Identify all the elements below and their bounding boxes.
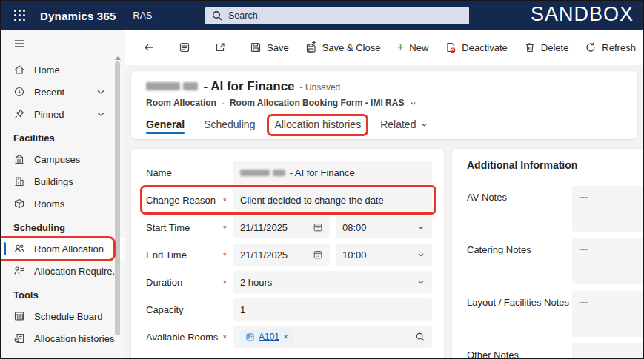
- calendar-icon[interactable]: [313, 249, 323, 260]
- refresh-label: Refresh: [602, 42, 636, 53]
- sidebar-item-pinned[interactable]: Pinned: [1, 103, 125, 125]
- record-header-card: - AI for Finance - Unsaved Room Allocati…: [131, 71, 637, 139]
- remove-tag-icon[interactable]: ×: [283, 332, 288, 342]
- required-asterisk: *: [223, 331, 233, 343]
- field-label: Start Time: [146, 222, 223, 233]
- end-date-input[interactable]: 21/11/2025: [233, 244, 330, 266]
- chevron-down-icon[interactable]: [95, 108, 107, 120]
- breadcrumb-separator: ·: [222, 98, 225, 108]
- room-link[interactable]: A101: [259, 332, 279, 342]
- save-button[interactable]: Save: [243, 37, 296, 58]
- field-label: Available Rooms: [146, 332, 223, 343]
- tab-allocation-histories[interactable]: Allocation histories: [274, 117, 361, 136]
- form-list-icon: [179, 41, 190, 53]
- entity-name[interactable]: Room Allocation: [146, 98, 216, 108]
- cube-icon: [13, 198, 25, 209]
- sidebar-item-rooms[interactable]: Rooms: [1, 192, 125, 215]
- sidebar-item-label: Allocation histories: [34, 333, 114, 344]
- field-label: AV Notes: [467, 186, 572, 232]
- delete-button[interactable]: Delete: [517, 37, 576, 58]
- org-name[interactable]: RAS: [133, 10, 152, 21]
- selected-indicator: [4, 242, 6, 255]
- tab-related[interactable]: Related: [380, 117, 428, 136]
- sidebar-item-label: Schedule Board: [34, 311, 103, 322]
- field-catering-notes: Catering Notes ---: [467, 238, 644, 284]
- field-label: Name: [146, 167, 223, 178]
- new-button[interactable]: + New: [390, 38, 435, 58]
- change-reason-input[interactable]: Client decided to change the date: [233, 189, 432, 211]
- field-label: Change Reason: [146, 195, 223, 206]
- field-end-time: End Time * 21/11/2025 10:00: [146, 244, 432, 266]
- sidebar-item-label: Rooms: [34, 198, 64, 209]
- sidebar-item-schedule-board[interactable]: Schedule Board: [1, 305, 125, 327]
- sidebar-item-home[interactable]: Home: [1, 58, 125, 81]
- form-selector[interactable]: Room Allocation Booking Form - IMI RAS: [230, 98, 405, 108]
- start-date-input[interactable]: 21/11/2025: [233, 216, 330, 238]
- popout-button[interactable]: [208, 37, 233, 58]
- calendar-board-icon: [13, 310, 25, 322]
- sidebar-item-campuses[interactable]: Campuses: [1, 148, 125, 170]
- capacity-input[interactable]: 1: [233, 298, 432, 321]
- tab-general[interactable]: General: [146, 117, 185, 136]
- show-as-button[interactable]: [172, 37, 197, 58]
- save-and-close-button[interactable]: Save & Close: [299, 37, 388, 58]
- divider: [125, 10, 125, 21]
- sidebar-item-allocation-histories[interactable]: Allocation histories: [1, 327, 125, 349]
- open-in-new-window-icon: [214, 41, 226, 53]
- global-search-input[interactable]: Search: [205, 7, 469, 24]
- save-icon: [250, 41, 262, 53]
- sidebar-item-label: Home: [34, 64, 60, 76]
- field-name: Name - AI for Finance: [146, 161, 432, 184]
- chevron-down-icon[interactable]: [416, 223, 425, 232]
- required-asterisk: *: [223, 221, 233, 234]
- field-available-rooms: Available Rooms * A101 ×: [146, 326, 432, 348]
- breadcrumb: Room Allocation · Room Allocation Bookin…: [146, 98, 623, 108]
- start-time-select[interactable]: 08:00: [336, 216, 432, 238]
- general-form-card: Name - AI for Finance Change Reason * Cl…: [131, 149, 444, 359]
- new-label: New: [409, 42, 428, 53]
- tab-scheduling[interactable]: Scheduling: [204, 117, 255, 136]
- field-label: Capacity: [146, 304, 223, 315]
- sidebar-item-room-allocation[interactable]: Room Allocation: [1, 238, 125, 260]
- sidebar-scrollbar[interactable]: [114, 56, 121, 353]
- field-label: Catering Notes: [467, 238, 572, 284]
- other-notes-textarea[interactable]: ---: [572, 343, 644, 359]
- required-asterisk: *: [223, 194, 233, 207]
- lookup-search-icon[interactable]: [415, 332, 425, 342]
- name-input[interactable]: - AI for Finance: [233, 161, 432, 184]
- sidebar-item-allocation-requirements[interactable]: Allocation Require...: [1, 260, 125, 282]
- sidebar-section-scheduling: Scheduling: [1, 215, 125, 238]
- layout-facilities-notes-textarea[interactable]: ---: [572, 291, 644, 337]
- scroll-up-arrow[interactable]: [115, 56, 121, 60]
- app-title[interactable]: Dynamics 365: [40, 10, 116, 22]
- hamburger-menu-icon[interactable]: [1, 30, 125, 56]
- end-time-select[interactable]: 10:00: [336, 244, 432, 266]
- required-asterisk: *: [223, 249, 233, 261]
- deactivate-button[interactable]: Deactivate: [438, 37, 514, 58]
- chevron-down-icon[interactable]: [409, 99, 417, 107]
- refresh-button[interactable]: Refresh: [578, 37, 643, 58]
- refresh-icon: [585, 41, 597, 53]
- sidebar-item-buildings[interactable]: Buildings: [1, 170, 125, 192]
- page-title: - AI for Finance: [203, 79, 294, 94]
- chevron-down-icon[interactable]: [416, 278, 425, 286]
- chevron-down-icon[interactable]: [416, 250, 425, 259]
- available-rooms-lookup[interactable]: A101 ×: [233, 326, 432, 348]
- sidebar-item-recent[interactable]: Recent: [1, 81, 125, 103]
- people-icon: [13, 243, 25, 255]
- deactivate-label: Deactivate: [462, 42, 507, 53]
- duration-select[interactable]: 2 hours: [233, 271, 432, 293]
- back-button[interactable]: [136, 37, 162, 58]
- save-close-label: Save & Close: [322, 42, 381, 53]
- calendar-icon[interactable]: [313, 222, 323, 232]
- redacted-record-name: [146, 80, 198, 93]
- av-notes-textarea[interactable]: ---: [572, 186, 644, 232]
- save-close-icon: [305, 41, 317, 53]
- catering-notes-textarea[interactable]: ---: [572, 238, 644, 284]
- required-asterisk: *: [223, 276, 233, 289]
- field-label: Other Notes: [467, 343, 572, 359]
- chevron-down-icon[interactable]: [95, 86, 107, 98]
- trash-icon: [524, 41, 536, 53]
- waffle-menu-icon[interactable]: [9, 7, 31, 24]
- scrollbar-thumb[interactable]: [115, 61, 120, 335]
